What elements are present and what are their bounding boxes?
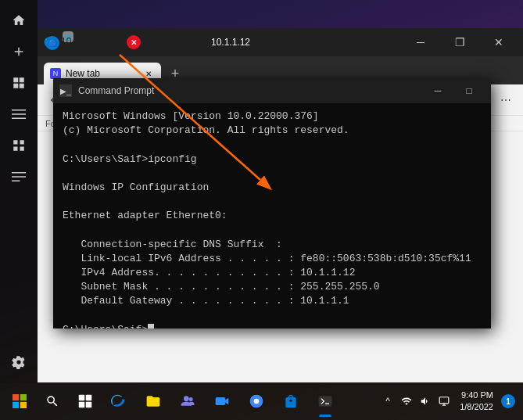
tab-indicator: 🔵: [45, 36, 59, 50]
cmd-line-16: C:\Users\Saif>_: [63, 323, 482, 328]
cmd-line-4: C:\Users\Saif>ipconfig: [63, 153, 482, 167]
cmd-minimize-button[interactable]: ─: [422, 78, 453, 103]
close-button[interactable]: ✕: [481, 28, 517, 56]
tray-show-hidden[interactable]: ^: [380, 393, 396, 409]
more-button[interactable]: ⋯: [495, 89, 517, 111]
minimize-button[interactable]: ─: [403, 28, 439, 56]
svg-rect-14: [13, 402, 19, 408]
start-button[interactable]: [4, 386, 35, 417]
tab-label: New tab: [66, 68, 100, 79]
clock-time: 9:40 PM: [460, 389, 493, 401]
svg-rect-8: [12, 176, 26, 178]
svg-rect-15: [20, 402, 27, 408]
cmd-line-3: [63, 138, 482, 152]
cmd-window: ▶_ Command Prompt ─ □ Microsoft Windows …: [53, 78, 491, 328]
tray-display-icon[interactable]: [436, 393, 452, 409]
svg-rect-18: [79, 402, 85, 408]
cmd-line-2: (c) Microsoft Corporation. All rights re…: [63, 124, 482, 138]
cmd-line-15: [63, 309, 482, 323]
cmd-line-5: [63, 167, 482, 181]
cmd-line-6: Windows IP Configuration: [63, 181, 482, 195]
svg-rect-2: [13, 84, 18, 88]
store-taskbar-icon[interactable]: [274, 384, 308, 418]
sidebar-home[interactable]: [5, 6, 33, 34]
titlebar-address: 10.1.1.12: [61, 36, 100, 47]
tab-close-x[interactable]: ✕: [127, 35, 141, 49]
search-taskbar-button[interactable]: [37, 386, 68, 417]
svg-rect-5: [12, 113, 26, 115]
sidebar-menu[interactable]: [5, 100, 33, 128]
notification-badge[interactable]: 1: [501, 394, 515, 408]
cmd-line-9: [63, 224, 482, 238]
svg-rect-3: [20, 84, 24, 88]
cmd-line-14: Default Gateway . . . . . . . . . : 10.1…: [63, 294, 482, 308]
browser2-taskbar-icon[interactable]: [239, 384, 274, 418]
cmd-icon: ▶_: [59, 84, 72, 97]
cmd-content: Microsoft Windows [Version 10.0.22000.37…: [53, 103, 491, 328]
svg-point-22: [254, 399, 260, 404]
terminal-taskbar-icon[interactable]: [308, 384, 342, 418]
svg-rect-16: [79, 395, 85, 401]
taskbar: ^ 9:40: [0, 382, 523, 420]
restore-button[interactable]: ❐: [442, 28, 478, 56]
sidebar-collections[interactable]: [5, 69, 33, 97]
sidebar-bottom: [5, 348, 33, 376]
cmd-line-13: Subnet Mask . . . . . . . . . . . : 255.…: [63, 280, 482, 294]
svg-rect-12: [13, 394, 19, 400]
svg-rect-7: [12, 172, 26, 174]
tab-favicon: N: [50, 68, 61, 79]
cmd-line-12: IPv4 Address. . . . . . . . . . . : 10.1…: [63, 266, 482, 280]
svg-rect-17: [86, 395, 92, 401]
edge-taskbar-icon[interactable]: [102, 384, 136, 418]
svg-rect-20: [216, 397, 226, 405]
sidebar-add[interactable]: [5, 38, 33, 66]
svg-rect-0: [13, 77, 18, 82]
svg-rect-6: [12, 118, 26, 120]
teams-taskbar-icon[interactable]: [170, 384, 205, 418]
sidebar-extensions[interactable]: [5, 163, 33, 191]
cmd-line-11: Link-local IPv6 Address . . . . . : fe80…: [63, 252, 482, 266]
browser-title: 10.1.1.12: [62, 37, 399, 48]
svg-rect-25: [439, 397, 449, 404]
system-clock[interactable]: 9:40 PM 1/8/2022: [457, 389, 496, 414]
clock-date: 1/8/2022: [460, 401, 493, 413]
cmd-titlebar: ▶_ Command Prompt ─ □: [53, 78, 491, 103]
svg-rect-19: [86, 402, 92, 408]
svg-rect-4: [12, 109, 26, 111]
sidebar: [0, 0, 38, 382]
cmd-line-1: Microsoft Windows [Version 10.0.22000.37…: [63, 109, 482, 124]
svg-rect-9: [12, 181, 20, 182]
tray-sound-icon[interactable]: [417, 393, 433, 409]
desktop: 🌐 10.1.1.12 ─ ❐ ✕ N New tab ✕ +: [0, 0, 523, 420]
tray-network-icon[interactable]: [399, 393, 414, 409]
system-tray: ^ 9:40: [380, 389, 520, 414]
cmd-win-buttons: ─ □: [422, 78, 485, 103]
cmd-line-8: Ethernet adapter Ethernet0:: [63, 209, 482, 223]
cmd-line-10: Connection-specific DNS Suffix :: [63, 238, 482, 252]
cmd-title: Command Prompt: [78, 85, 416, 96]
svg-rect-23: [319, 396, 332, 406]
svg-rect-1: [20, 77, 24, 82]
explorer-taskbar-icon[interactable]: [136, 384, 170, 418]
zoom-taskbar-icon[interactable]: [205, 384, 239, 418]
cmd-line-7: [63, 195, 482, 209]
sidebar-grid[interactable]: [5, 131, 33, 160]
svg-rect-24: [325, 404, 329, 404]
tray-icons: ^: [380, 393, 452, 409]
svg-rect-13: [20, 394, 27, 400]
cmd-maximize-button[interactable]: □: [453, 78, 485, 103]
sidebar-settings[interactable]: [5, 348, 33, 376]
browser-titlebar: 🌐 10.1.1.12 ─ ❐ ✕: [38, 28, 523, 56]
task-view-button[interactable]: [70, 386, 101, 417]
